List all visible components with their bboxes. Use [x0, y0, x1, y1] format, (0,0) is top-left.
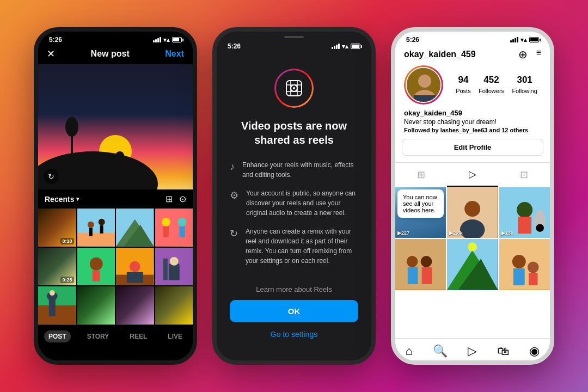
svg-rect-30 — [163, 258, 167, 280]
profile-tabs: ⊞ ▷ ⊡ — [395, 162, 550, 187]
rotate-button[interactable]: ↻ — [44, 169, 59, 184]
home-icon[interactable]: ⌂ — [406, 344, 413, 358]
profile-tagline: Never stop chasing your dream! — [395, 118, 550, 127]
photo-cell-2[interactable] — [77, 209, 115, 247]
followers-count: 452 — [479, 75, 504, 85]
reels-svg — [284, 78, 304, 98]
photo-cell-3[interactable] — [116, 209, 154, 247]
main-photo: ↻ — [38, 64, 193, 189]
profile-cell-1[interactable]: You can now see all your videos here. ▶2… — [395, 187, 446, 238]
profile-svg-5 — [447, 239, 498, 290]
status-icons-2: ▾▴ — [332, 43, 360, 50]
wifi-icon-3: ▾▴ — [520, 36, 527, 44]
profile-info-row: 94 Posts 452 Followers 301 Following — [395, 65, 550, 105]
reels-icon-section — [217, 52, 371, 119]
tab-tagged[interactable]: ⊡ — [498, 163, 550, 187]
ok-button[interactable]: OK — [230, 300, 358, 322]
duration-badge-2: 0:25 — [60, 277, 74, 283]
profile-cell-5[interactable] — [447, 239, 498, 290]
profile-cell-2[interactable]: ▶2.8k — [447, 187, 498, 238]
stats-row: 94 Posts 452 Followers 301 Following — [452, 75, 541, 95]
phone-3: 5:26 ▾▴ okay_kaiden_459 ⊕ ≡ — [391, 27, 554, 365]
time-1: 5:26 — [49, 36, 62, 44]
svg-rect-20 — [179, 226, 185, 237]
new-post-header: ✕ New post Next — [38, 46, 193, 64]
shop-icon[interactable]: 🛍 — [497, 344, 509, 358]
svg-point-55 — [536, 224, 544, 232]
photo-svg-6 — [77, 248, 115, 286]
tooltip-box: You can now see all your videos here. — [397, 189, 444, 218]
svg-rect-69 — [529, 273, 538, 286]
photo-cell-1[interactable]: 0:10 — [38, 209, 76, 247]
profile-cell-3[interactable]: ▶13k — [499, 187, 550, 238]
tab-post[interactable]: POST — [44, 330, 71, 342]
settings-icon: ⚙ — [230, 189, 238, 201]
svg-point-52 — [517, 202, 532, 218]
avatar-face — [406, 67, 442, 103]
profile-cell-4[interactable] — [395, 239, 446, 290]
stat-following[interactable]: 301 Following — [512, 75, 537, 95]
search-nav-icon[interactable]: 🔍 — [433, 344, 448, 358]
learn-more-link[interactable]: Learn more about Reels — [217, 274, 371, 300]
photo-cell-7[interactable] — [116, 248, 154, 286]
time-3: 5:26 — [406, 36, 419, 44]
edit-profile-button[interactable]: Edit Profile — [402, 139, 543, 156]
go-to-settings-link[interactable]: Go to settings — [217, 322, 371, 346]
feature-music: ♪ Enhance your reels with music, effects… — [217, 160, 371, 188]
close-icon[interactable]: ✕ — [47, 48, 55, 60]
battery-icon — [172, 37, 182, 42]
photo-cell-5[interactable]: 0:25 — [38, 248, 76, 286]
photo-cell-12[interactable] — [155, 286, 193, 324]
photo-svg-3 — [116, 209, 154, 247]
profile-icon[interactable]: ◉ — [529, 344, 540, 358]
photo-cell-10[interactable] — [77, 286, 115, 324]
stat-posts[interactable]: 94 Posts — [456, 75, 471, 95]
reels-nav-icon[interactable]: ▷ — [468, 344, 477, 358]
tab-reel[interactable]: REEL — [125, 330, 151, 342]
photo-cell-9[interactable] — [38, 286, 76, 324]
recents-bar: Recents ▾ ⊞ ⊙ — [38, 189, 193, 209]
profile-cell-6[interactable] — [499, 239, 550, 290]
posts-label: Posts — [456, 88, 471, 94]
svg-point-39 — [293, 87, 295, 89]
tab-reels[interactable]: ▷ — [447, 163, 499, 187]
photo-cell-6[interactable] — [77, 248, 115, 286]
svg-point-4 — [115, 151, 124, 160]
remix-icon: ↻ — [230, 228, 238, 240]
tab-grid[interactable]: ⊞ — [395, 163, 447, 187]
svg-point-10 — [98, 219, 105, 225]
photo-svg-2 — [77, 209, 115, 247]
recents-label[interactable]: Recents ▾ — [45, 195, 79, 204]
svg-rect-60 — [422, 267, 432, 284]
svg-rect-16 — [155, 209, 193, 247]
svg-rect-68 — [513, 268, 525, 285]
play-count-3: ▶13k — [501, 230, 513, 236]
phone-1: 5:26 ▾▴ ✕ New post Next — [34, 27, 197, 365]
photo-cell-8[interactable] — [155, 248, 193, 286]
play-count-1: ▶227 — [397, 230, 409, 236]
tab-story[interactable]: STORY — [83, 330, 114, 342]
multi-select-icon[interactable]: ⊞ — [166, 194, 173, 204]
profile-svg-4 — [395, 239, 446, 290]
menu-icon[interactable]: ≡ — [536, 48, 541, 61]
next-button[interactable]: Next — [165, 49, 184, 59]
camera-icon[interactable]: ⊙ — [179, 194, 186, 204]
svg-point-64 — [468, 243, 477, 252]
photo-svg-8 — [155, 248, 193, 286]
svg-rect-29 — [168, 264, 179, 280]
svg-point-49 — [464, 201, 480, 217]
main-photo-svg — [38, 64, 193, 189]
photo-cell-11[interactable] — [116, 286, 154, 324]
music-icon: ♪ — [230, 161, 235, 173]
stat-followers[interactable]: 452 Followers — [479, 75, 504, 95]
photo-cell-4[interactable] — [155, 209, 193, 247]
page-title: New post — [91, 49, 130, 59]
chevron-down-icon: ▾ — [76, 196, 79, 202]
svg-point-67 — [528, 262, 539, 273]
grid-icon: ⊞ — [417, 169, 425, 181]
tab-live[interactable]: LIVE — [163, 330, 187, 342]
bottom-tabs: POST STORY REEL LIVE — [38, 324, 193, 348]
profile-header-icons: ⊕ ≡ — [518, 48, 541, 61]
avatar — [404, 65, 443, 105]
add-post-icon[interactable]: ⊕ — [518, 48, 528, 61]
